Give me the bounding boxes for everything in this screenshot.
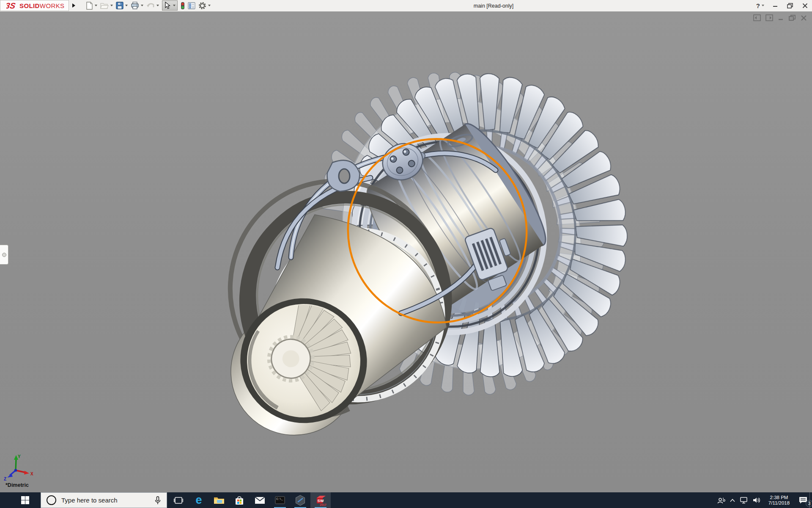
select-caret[interactable] (173, 5, 176, 6)
toolbar (86, 0, 214, 11)
system-tray: 2:38 PM 7/11/2018 3 (716, 492, 811, 508)
network-icon (740, 497, 748, 504)
show-desktop-button[interactable] (809, 492, 812, 508)
panel-tab-dot-icon (2, 253, 6, 257)
task-view-icon (174, 497, 183, 504)
print-icon (131, 2, 139, 9)
document-title: main [Read-only] (474, 3, 514, 9)
new-document-icon (86, 2, 93, 10)
svg-text:W: W (320, 498, 324, 502)
stoplight-icon (181, 2, 185, 10)
new-document-caret[interactable] (95, 5, 97, 6)
microphone-icon[interactable] (155, 496, 161, 505)
help-caret[interactable] (762, 5, 764, 6)
open-button[interactable] (100, 2, 113, 9)
view-orientation-label: *Dimetric (5, 482, 29, 488)
save-button[interactable] (116, 2, 128, 9)
network-button[interactable] (738, 492, 750, 508)
solidworks-app-button[interactable]: S W 2017 (310, 492, 331, 508)
clock[interactable]: 2:38 PM 7/11/2018 (763, 492, 795, 508)
chevron-up-icon (730, 498, 735, 502)
stoplight-button[interactable] (181, 2, 185, 10)
mail-icon (255, 497, 265, 504)
triad-x-label: X (30, 472, 33, 476)
gear-icon (198, 2, 206, 10)
doc-close-icon[interactable] (801, 14, 807, 21)
options-caret[interactable] (208, 5, 211, 6)
command-prompt-icon: C:\_ (275, 496, 285, 504)
people-icon (717, 497, 726, 504)
feature-panel-flyout-tab[interactable] (0, 245, 8, 265)
svg-text:3S: 3S (6, 1, 16, 10)
store-button[interactable] (229, 492, 250, 508)
task-view-button[interactable] (168, 492, 189, 508)
file-properties-icon (188, 2, 195, 9)
brand-text: SOLIDWORKS (19, 2, 65, 9)
hexagon-app-button[interactable] (290, 492, 310, 508)
open-caret[interactable] (110, 5, 113, 6)
tray-overflow-button[interactable] (727, 492, 738, 508)
windows-logo-icon (21, 496, 29, 504)
svg-text:2017: 2017 (320, 503, 326, 506)
svg-text:S: S (318, 498, 320, 502)
file-explorer-button[interactable] (209, 492, 229, 508)
save-floppy-icon (116, 2, 123, 9)
solidworks-logo-icon: 3S (6, 1, 18, 11)
select-tool-button[interactable] (162, 0, 178, 11)
undo-icon (146, 2, 155, 9)
edge-browser-button[interactable]: e (189, 492, 209, 508)
taskbar-apps: e (168, 492, 331, 508)
cortana-icon (47, 495, 56, 505)
speaker-icon (752, 497, 761, 504)
close-icon (802, 3, 808, 8)
save-caret[interactable] (125, 5, 128, 6)
svg-text:C:\_: C:\_ (277, 498, 283, 501)
window-controls: ? (756, 0, 809, 11)
tray-date: 7/11/2018 (768, 500, 790, 506)
new-document-button[interactable] (86, 2, 97, 10)
people-button[interactable] (716, 492, 727, 508)
titlebar: 3S SOLIDWORKS (0, 0, 812, 12)
file-properties-button[interactable] (188, 2, 195, 9)
menu-flyout-arrow[interactable] (70, 0, 77, 11)
mounting-lug[interactable] (327, 160, 360, 191)
help-button[interactable]: ? (756, 2, 764, 9)
orientation-triad: Y X Z (3, 453, 35, 481)
print-button[interactable] (131, 2, 143, 9)
undo-button[interactable] (146, 2, 159, 9)
hexagon-app-icon (295, 495, 306, 506)
triad-y-label: Y (18, 454, 21, 459)
close-button[interactable] (801, 2, 809, 9)
print-caret[interactable] (141, 5, 143, 6)
restore-icon (787, 3, 793, 8)
action-center-button[interactable]: 3 (795, 492, 811, 508)
store-icon (234, 496, 244, 505)
doc-restore-icon[interactable] (788, 14, 796, 21)
doc-minimize-icon[interactable] (778, 14, 784, 21)
solidworks-app-icon: S W 2017 (315, 494, 326, 506)
command-prompt-button[interactable]: C:\_ (270, 492, 290, 508)
solidworks-menu-button[interactable]: 3S SOLIDWORKS (0, 0, 69, 11)
volume-button[interactable] (750, 492, 763, 508)
open-folder-icon (100, 2, 109, 9)
solidworks-screen: 3S SOLIDWORKS (0, 0, 812, 508)
options-button[interactable] (198, 2, 211, 10)
taskbar-search-input[interactable]: Type here to search (41, 492, 167, 508)
file-explorer-icon (214, 496, 225, 505)
select-cursor-icon (164, 2, 170, 9)
taskbar: Type here to search e (0, 492, 812, 508)
edge-icon: e (195, 494, 202, 506)
search-placeholder: Type here to search (61, 497, 155, 504)
graphics-viewport[interactable]: Y X Z *Dimetric (0, 11, 812, 492)
pane-expand-right-icon[interactable] (765, 14, 773, 21)
restore-button[interactable] (786, 2, 794, 9)
pane-expand-left-icon[interactable] (753, 14, 761, 21)
start-button[interactable] (0, 492, 39, 508)
document-window-controls (753, 14, 807, 21)
triad-z-label: Z (4, 477, 6, 481)
minimize-button[interactable] (771, 2, 779, 9)
tray-time: 2:38 PM (768, 495, 790, 500)
undo-caret[interactable] (156, 5, 159, 6)
mail-button[interactable] (250, 492, 270, 508)
engine-model[interactable] (0, 11, 812, 492)
